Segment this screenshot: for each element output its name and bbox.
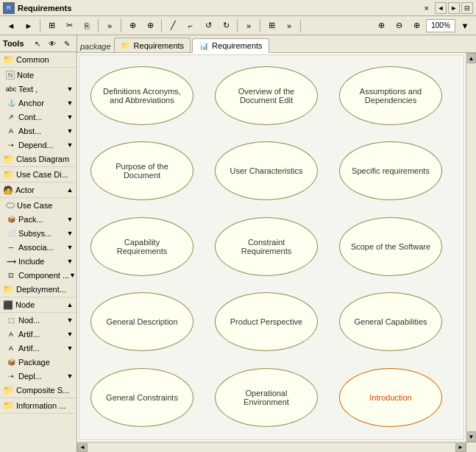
distribute-button[interactable]: ⊕ — [142, 18, 158, 34]
node-purpose[interactable]: Purpose of the Document — [90, 141, 193, 200]
node-general-cap[interactable]: General Capabilities — [339, 292, 442, 351]
node-general-desc[interactable]: General Description — [90, 292, 193, 351]
new-button[interactable]: ⊞ — [43, 18, 60, 34]
expand-associa-button[interactable]: ▼ — [66, 244, 74, 251]
scroll-right-button[interactable]: ► — [455, 443, 466, 452]
sidebar-item-deployment[interactable]: 📁 Deployment... — [0, 282, 77, 297]
sidebar-item-package[interactable]: 📦 Package — [0, 355, 77, 369]
forward-button[interactable]: ► — [21, 18, 37, 34]
sidebar-pan-tool[interactable]: 👁 — [46, 37, 59, 50]
view-button[interactable]: ⊞ — [263, 18, 280, 34]
draw2-button[interactable]: ⌐ — [182, 18, 199, 34]
zoom-fit-button[interactable]: ⊕ — [408, 18, 425, 34]
node-introduction[interactable]: Introduction — [339, 368, 442, 427]
node-overview[interactable]: Overview of the Document Edit — [215, 66, 318, 125]
sidebar-item-use-case[interactable]: Use Case — [0, 198, 77, 212]
expand-text-button[interactable]: ▼ — [66, 85, 74, 93]
sidebar-item-anchor[interactable]: ⚓ Anchor ▼ — [0, 96, 77, 110]
expand-node-button[interactable]: ▲ — [66, 301, 74, 308]
node-constraint-req[interactable]: Constraint Requirements — [215, 217, 318, 276]
node-assumptions[interactable]: Assumptions and Dependencies — [339, 66, 442, 125]
zoom-value-input[interactable]: 100% — [426, 19, 455, 32]
sidebar-item-depend[interactable]: ⇢ Depend... ▼ — [0, 138, 77, 152]
draw3-button[interactable]: ↺ — [200, 18, 216, 34]
sidebar-label-common: Common — [16, 55, 49, 64]
text-icon: abc — [6, 84, 16, 94]
node-capability-req[interactable]: Capability Requirements — [90, 217, 193, 276]
sidebar-item-note[interactable]: N Note — [0, 68, 77, 82]
sidebar-item-actor-header[interactable]: 🧑 Actor ▲ — [0, 183, 77, 197]
sidebar-item-abst[interactable]: A Abst... ▼ — [0, 124, 77, 138]
sidebar-item-subsys[interactable]: ⬜ Subsys... ▼ — [0, 226, 77, 240]
expand-actor-button[interactable]: ▲ — [66, 186, 74, 194]
sidebar-item-artif1[interactable]: A Artif... ▼ — [0, 327, 77, 341]
tab-requirements-path[interactable]: 📁 Requirements — [114, 38, 191, 52]
diagram-scroll[interactable]: Definitions Acronyms, and Abbreviations … — [79, 54, 464, 440]
expand-cont-button[interactable]: ▼ — [66, 113, 74, 121]
sidebar-select-tool[interactable]: ↖ — [31, 37, 44, 50]
copy-button[interactable]: ⎘ — [79, 18, 95, 34]
sidebar-item-depl[interactable]: ⇢ Depl... ▼ — [0, 369, 77, 383]
back-button[interactable]: ◄ — [3, 18, 19, 34]
nav-pin-button[interactable]: ⊟ — [461, 2, 473, 14]
expand-pack-button[interactable]: ▼ — [66, 216, 74, 223]
sidebar-item-text[interactable]: abc Text , ▼ — [0, 82, 77, 96]
sidebar-item-node-header[interactable]: ⬛ Node ▲ — [0, 297, 77, 312]
node-def-acr[interactable]: Definitions Acronyms, and Abbreviations — [90, 66, 193, 125]
nav-next-button[interactable]: ► — [448, 2, 460, 14]
scroll-down-button[interactable]: ▼ — [467, 431, 476, 442]
expand-depend-button[interactable]: ▼ — [66, 141, 74, 149]
sidebar-item-composite[interactable]: 📁 Composite S... — [0, 383, 77, 398]
sidebar-item-nod[interactable]: ⬚ Nod... ▼ — [0, 313, 77, 327]
sidebar-label-note: Note — [17, 71, 34, 80]
cut-button[interactable]: ✂ — [61, 18, 77, 34]
sidebar-item-information[interactable]: 📁 Information ... — [0, 398, 77, 413]
expand-subsys-button[interactable]: ▼ — [66, 230, 74, 237]
node-product-persp[interactable]: Product Perspective — [215, 292, 318, 351]
zoom-in-button[interactable]: ⊕ — [373, 18, 389, 34]
sidebar-item-associa[interactable]: ─ Associa... ▼ — [0, 240, 77, 254]
align-button[interactable]: ⊕ — [124, 18, 141, 34]
artif2-icon: A — [6, 343, 16, 353]
expand-depl-button[interactable]: ▼ — [66, 372, 74, 380]
expand-artif2-button[interactable]: ▼ — [66, 345, 74, 352]
more-button-1[interactable]: » — [102, 18, 118, 34]
node-scope[interactable]: Scope of the Software — [339, 217, 442, 276]
sidebar-item-artif2[interactable]: A Artif... ▼ — [0, 341, 77, 355]
sidebar-item-cont[interactable]: ↗ Cont... ▼ — [0, 110, 77, 124]
sidebar-label-subsys: Subsys... — [18, 229, 51, 238]
expand-anchor-button[interactable]: ▼ — [66, 99, 74, 107]
sidebar-item-pack[interactable]: 📦 Pack... ▼ — [0, 212, 77, 226]
node-user-char[interactable]: User Characteristics — [215, 141, 318, 200]
expand-component-button[interactable]: ▼ — [69, 272, 76, 279]
vertical-scrollbar[interactable]: ▲ ▼ — [466, 53, 476, 442]
expand-artif1-button[interactable]: ▼ — [66, 331, 74, 338]
expand-nod-button[interactable]: ▼ — [66, 317, 74, 324]
expand-include-button[interactable]: ▼ — [66, 258, 74, 265]
sidebar-item-class-diagram[interactable]: 📁 Class Diagram — [0, 152, 77, 166]
draw4-button[interactable]: ↻ — [218, 18, 234, 34]
close-button[interactable]: × — [422, 4, 432, 13]
sidebar-item-component[interactable]: ⊡ Component ... ▼ — [0, 268, 77, 282]
node-specific-req[interactable]: Specific requirements — [339, 141, 442, 200]
zoom-out-button[interactable]: ⊖ — [391, 18, 407, 34]
node-general-const[interactable]: General Constraints — [90, 368, 193, 427]
scroll-track-h — [88, 443, 455, 452]
tab-requirements-diagram[interactable]: 📊 Requirements — [192, 38, 269, 53]
more-button-3[interactable]: » — [281, 18, 297, 34]
nav-prev-button[interactable]: ◄ — [435, 2, 447, 14]
associa-icon: ─ — [6, 242, 16, 253]
scroll-left-button[interactable]: ◄ — [77, 443, 88, 452]
sidebar-edit-tool[interactable]: ✎ — [60, 37, 74, 50]
sidebar-item-use-case-di[interactable]: 📁 Use Case Di... — [0, 167, 77, 182]
sidebar-label-package: Package — [18, 358, 50, 367]
draw1-button[interactable]: ╱ — [165, 18, 181, 34]
node-operational-env[interactable]: Operational Environment — [215, 368, 318, 427]
horizontal-scrollbar[interactable]: ◄ ► — [77, 442, 466, 452]
zoom-dropdown-button[interactable]: ▼ — [457, 18, 473, 34]
more-button-2[interactable]: » — [241, 18, 257, 34]
scroll-up-button[interactable]: ▲ — [467, 53, 476, 63]
sidebar-item-common[interactable]: 📁 Common — [0, 52, 77, 67]
expand-abst-button[interactable]: ▼ — [66, 127, 74, 135]
sidebar-item-include[interactable]: ⟶ Include ▼ — [0, 254, 77, 268]
